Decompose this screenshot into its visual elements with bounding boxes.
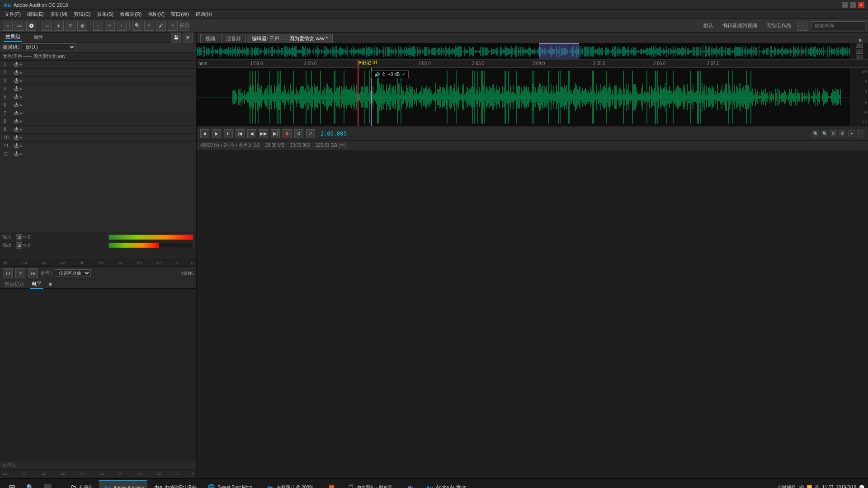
transport-ext[interactable]: ⤢ xyxy=(306,129,315,138)
taskbar-audition2[interactable]: Au Adobe Audition ... xyxy=(421,480,475,488)
menu-effects[interactable]: 效果(S) xyxy=(94,10,117,19)
waveform-track[interactable]: 🔊 ⏱ +0 dB ✓ dB 0 -3 -6 -9 -15 xyxy=(197,68,868,127)
effect-row-8[interactable]: 8 ⏻ ▶ xyxy=(0,117,196,126)
output-power-btn[interactable]: ⏻ xyxy=(16,242,22,249)
effect-row-1[interactable]: 1 ⏻ ▶ xyxy=(0,61,196,69)
tab-properties[interactable]: 属性 xyxy=(32,33,45,42)
effect-power-4[interactable]: ⏻ xyxy=(13,85,20,93)
tool-marquee[interactable]: ⊡ xyxy=(66,21,75,31)
tab-level[interactable]: 电平 xyxy=(30,280,43,289)
taskbar-dsp[interactable]: dsp dspMixFx UR44 xyxy=(150,480,200,488)
effect-power-1[interactable]: ⏻ xyxy=(13,61,20,68)
menu-help[interactable]: 帮助(H) xyxy=(193,10,215,19)
tool-time[interactable]: ◈ xyxy=(54,21,64,31)
menu-window[interactable]: 窗口(W) xyxy=(168,10,192,19)
overview-zoom-in[interactable]: + xyxy=(856,43,863,48)
workspace-arrow[interactable]: » xyxy=(797,21,807,31)
level-menu-icon[interactable]: ≡ xyxy=(49,282,52,287)
overview-zoom-out[interactable]: - xyxy=(856,49,863,54)
bypass-btn[interactable]: ⏭ xyxy=(28,268,38,278)
tool-slip[interactable]: ↕ xyxy=(117,21,127,31)
transport-goto-end[interactable]: ▶| xyxy=(271,129,280,138)
effect-row-9[interactable]: 9 ⏻ ▶ xyxy=(0,126,196,134)
transport-next[interactable]: ▶▶ xyxy=(259,129,268,138)
zoom-in-freq[interactable]: + xyxy=(848,130,855,137)
transport-pause[interactable]: ⏸ xyxy=(224,129,233,138)
effect-row-6[interactable]: 6 ⏻ ▶ xyxy=(0,101,196,109)
effect-row-5[interactable]: 5 ⏻ ▶ xyxy=(0,93,196,101)
tool-lasso[interactable]: ◉ xyxy=(77,21,87,31)
menu-file[interactable]: 文件(F) xyxy=(2,10,24,19)
loop-btn[interactable]: ↺ xyxy=(15,268,25,278)
taskbar-audition[interactable]: Au Adobe Audition xyxy=(99,480,147,488)
pencil-tool[interactable]: ✏ xyxy=(144,21,154,31)
menu-edit[interactable]: 编辑(E) xyxy=(24,10,47,19)
taskbar-notification[interactable]: 💬 xyxy=(859,485,864,488)
start-button[interactable]: ⊞ xyxy=(4,479,20,488)
taskbar-search[interactable]: 🔍 xyxy=(23,480,38,488)
menu-favorites[interactable]: 收藏夹(R) xyxy=(117,10,144,19)
titlebar-controls[interactable]: — □ ✕ xyxy=(842,2,864,8)
multitrack-mode-button[interactable]: ≡≡ xyxy=(14,21,24,31)
tab-video[interactable]: 视频 xyxy=(200,34,220,43)
menu-clip[interactable]: 剪辑(C) xyxy=(71,10,93,19)
transport-goto-start[interactable]: |◀ xyxy=(236,129,245,138)
tab-history[interactable]: 历史记录 xyxy=(3,280,26,289)
effect-power-12[interactable]: ⏻ xyxy=(13,150,20,158)
delete-icon[interactable]: 🗑 xyxy=(183,33,193,42)
transport-loop[interactable]: ↺ xyxy=(294,129,303,138)
minimize-button[interactable]: — xyxy=(842,2,848,8)
maximize-button[interactable]: □ xyxy=(850,2,856,8)
taskbar-network[interactable]: 📶 xyxy=(807,485,812,488)
editor-tab-menu-icon[interactable]: ≡ xyxy=(856,38,864,43)
taskbar-volume[interactable]: 🔊 xyxy=(798,485,804,488)
cd-mode-button[interactable]: 💿 xyxy=(26,21,36,31)
process-select[interactable]: 仅选区对象 xyxy=(55,269,91,277)
zoom-in-time[interactable]: 🔍 xyxy=(812,130,819,137)
zoom-fit[interactable]: ⊡ xyxy=(830,130,837,137)
tab-editor[interactable]: 编辑器: 千声——因为爱情女.wav * xyxy=(247,34,333,43)
effect-power-7[interactable]: ⏻ xyxy=(13,110,20,117)
tab-mixer[interactable]: 混音器 xyxy=(221,34,246,43)
brush-tool[interactable]: 🖌 xyxy=(156,21,166,31)
tab-effects[interactable]: 效果组 xyxy=(4,33,22,42)
effect-power-11[interactable]: ⏻ xyxy=(13,142,20,150)
menu-view[interactable]: 视图(V) xyxy=(145,10,167,19)
zoom-out-freq[interactable]: - xyxy=(857,130,864,137)
effect-row-12[interactable]: 12 ⏻ ▶ xyxy=(0,150,196,158)
overview-selection[interactable] xyxy=(539,43,579,59)
effect-power-8[interactable]: ⏻ xyxy=(13,118,20,125)
tool-select[interactable]: ▭ xyxy=(42,21,52,31)
effect-power-5[interactable]: ⏻ xyxy=(13,94,20,101)
preset-select[interactable]: (默认) xyxy=(22,43,76,51)
taskbar-music[interactable]: 🎵 勿勿那年 - 酷狗音... xyxy=(342,480,400,488)
effect-row-3[interactable]: 3 ⏻ ▶ xyxy=(0,77,196,85)
taskbar-browser[interactable]: 🌐 Sweet Spot Morp... xyxy=(203,480,259,488)
overview-bar[interactable]: + - ↔ xyxy=(197,43,868,60)
waveform-mode-button[interactable]: ≈ xyxy=(3,21,13,31)
effect-row-7[interactable]: 7 ⏻ ▶ xyxy=(0,109,196,117)
effect-power-6[interactable]: ⏻ xyxy=(13,102,20,109)
transport-prev[interactable]: ◀ xyxy=(247,129,256,138)
taskbar-folder[interactable]: 🗂 莉莉安 xyxy=(65,480,96,488)
taskbar-ime[interactable]: 英 xyxy=(815,484,819,488)
heal-tool[interactable]: ⚕ xyxy=(168,21,178,31)
effect-row-10[interactable]: 10 ⏻ ▶ xyxy=(0,134,196,142)
search-input[interactable] xyxy=(811,21,865,30)
playhead[interactable] xyxy=(358,60,359,67)
effect-power-10[interactable]: ⏻ xyxy=(13,134,20,141)
transport-stop[interactable]: ■ xyxy=(200,129,209,138)
taskbar-browser2[interactable]: 🦊 xyxy=(323,480,340,488)
effect-row-2[interactable]: 2 ⏻ ▶ xyxy=(0,69,196,77)
effect-power-3[interactable]: ⏻ xyxy=(13,77,20,84)
overview-scroll[interactable]: ↔ xyxy=(856,55,863,60)
zoom-in[interactable]: 🔍 xyxy=(132,21,142,31)
effect-row-4[interactable]: 4 ⏻ ▶ xyxy=(0,85,196,93)
input-power-btn[interactable]: ⏻ xyxy=(16,234,22,240)
zoom-selection[interactable]: ⊞ xyxy=(839,130,846,137)
effect-power-9[interactable]: ⏻ xyxy=(13,126,20,133)
apply-btn[interactable]: 应用 xyxy=(179,21,189,31)
close-button[interactable]: ✕ xyxy=(858,2,864,8)
zoom-out-time[interactable]: 🔍 xyxy=(821,130,828,137)
transport-record[interactable]: ⏺ xyxy=(283,129,292,138)
